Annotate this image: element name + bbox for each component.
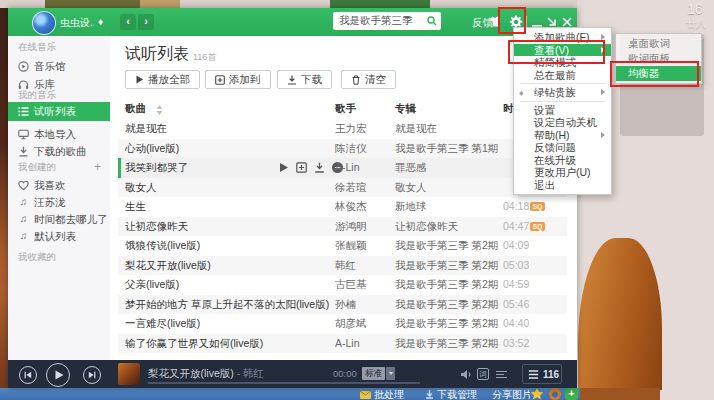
download-icon[interactable]	[314, 162, 325, 173]
song-title[interactable]: 一言难尽(live版)	[125, 317, 200, 331]
play-mode-icon[interactable]	[495, 368, 508, 381]
song-album[interactable]: 让初恋像昨天	[395, 220, 458, 234]
previous-button[interactable]	[19, 366, 37, 384]
song-album[interactable]: 我是歌手第三季 第2期	[395, 317, 498, 331]
submenu-item-desktop-lyrics[interactable]: 桌面歌词	[616, 36, 701, 51]
taskbar-item-share-pictures[interactable]: 分享图片	[492, 389, 532, 400]
taskbar-add-icon[interactable]: +	[565, 387, 578, 400]
add-square-icon[interactable]	[296, 162, 307, 173]
table-row-hovered[interactable]: 我笑到都哭了 A-Lin 罪恶感	[118, 158, 567, 178]
add-playlist-button[interactable]: +	[94, 160, 101, 174]
now-playing-title[interactable]: 梨花又开放(live版) - 韩红	[148, 367, 264, 381]
table-row[interactable]: 生生 林俊杰 新地球 04:18 SQ	[118, 197, 567, 217]
menu-item-online-upgrade[interactable]: 在线升级	[514, 154, 611, 167]
song-album[interactable]: 罪恶感	[395, 161, 427, 175]
clear-button[interactable]: 清空	[341, 70, 396, 89]
song-album[interactable]: 我是歌手第三季 第2期	[395, 239, 498, 253]
table-row[interactable]: 心动(live版) 陈洁仪 我是歌手第三季 第1期	[118, 139, 567, 159]
song-artist[interactable]: 游鸿明	[335, 220, 367, 234]
song-title[interactable]: 生生	[125, 200, 146, 214]
taskbar-item-batch[interactable]: 批处理	[360, 389, 404, 400]
sidebar-item-playlist[interactable]: ♫ 默认列表	[18, 228, 76, 244]
song-artist[interactable]: 林俊杰	[335, 200, 367, 214]
song-artist[interactable]: A-Lin	[335, 161, 360, 173]
menu-item-always-on-top[interactable]: 总在最前	[514, 69, 611, 82]
playlist-toggle[interactable]: 116	[522, 364, 562, 384]
table-row[interactable]: 一言难尽(live版) 胡彦斌 我是歌手第三季 第2期 04:40	[118, 314, 567, 334]
sort-icon[interactable]	[156, 105, 163, 115]
menu-item-green-diamond[interactable]: ♦ 绿钻贵族	[514, 86, 611, 99]
table-row[interactable]: 梦开始的地方 草原上升起不落的太阳(live版) 孙楠 我是歌手第三季 第2期 …	[118, 295, 567, 315]
play-button[interactable]	[46, 363, 70, 387]
sidebar-item-listen-list[interactable]: 试听列表	[8, 102, 110, 121]
table-row[interactable]: 让初恋像昨天 游鸿明 让初恋像昨天 04:47 SQ	[118, 217, 567, 237]
menu-item-feedback[interactable]: 反馈问题	[514, 141, 611, 154]
avatar[interactable]	[32, 11, 56, 35]
submenu-item-lyrics-panel[interactable]: 歌词面板	[616, 51, 701, 66]
taskbar-item-download-manager[interactable]: 下载管理	[425, 389, 477, 400]
skin-icon[interactable]	[488, 15, 502, 29]
progress-bar[interactable]	[148, 382, 420, 384]
song-artist[interactable]: 王力宏	[335, 122, 367, 136]
song-title[interactable]: 敬女人	[125, 181, 157, 195]
song-artist[interactable]: A-Lin	[335, 337, 360, 349]
sidebar-item-playlist[interactable]: ♫ 汪苏泷	[18, 194, 66, 210]
menu-item-simple-mode[interactable]: 精简模式	[514, 56, 611, 69]
menu-item-switch-user[interactable]: 更改用户(U)	[514, 166, 611, 179]
song-album[interactable]: 我是歌手第三季 第2期	[395, 298, 498, 312]
sidebar-item-downloaded-songs[interactable]: 下载的歌曲	[18, 143, 87, 159]
play-icon[interactable]	[278, 162, 289, 173]
menu-item-settings[interactable]: 设置	[514, 104, 611, 117]
song-artist[interactable]: 孙楠	[335, 298, 356, 312]
song-album[interactable]: 我是歌手第三季 第2期	[395, 337, 498, 351]
menu-item-exit[interactable]: 退出	[514, 179, 611, 192]
song-artist[interactable]: 古巨基	[335, 278, 367, 292]
song-album[interactable]: 新地球	[395, 200, 427, 214]
download-button[interactable]: 下载	[277, 70, 332, 89]
song-title[interactable]: 输了你赢了世界又如何(live版)	[125, 337, 263, 351]
song-album[interactable]: 我是歌手第三季 第2期	[395, 259, 498, 273]
song-title[interactable]: 梨花又开放(live版)	[125, 259, 211, 273]
vip-diamond-icon[interactable]: ♦	[98, 16, 103, 27]
song-title[interactable]: 父亲(live版)	[125, 278, 179, 292]
taskbar-star-icon[interactable]	[530, 387, 544, 400]
song-album[interactable]: 我是歌手第三季 第1期	[395, 142, 498, 156]
sidebar-item-playlist[interactable]: ♫ 时间都去哪儿了	[18, 211, 108, 227]
play-all-button[interactable]: 播放全部	[125, 70, 200, 89]
song-album[interactable]: 敬女人	[395, 181, 427, 195]
song-artist[interactable]: 张靓颖	[335, 239, 367, 253]
song-album[interactable]: 我是歌手第三季 第2期	[395, 278, 498, 292]
table-row[interactable]: 就是现在 王力宏 就是现在	[118, 119, 567, 139]
header-album[interactable]: 专辑	[395, 102, 416, 116]
menu-item-auto-shutdown[interactable]: 设定自动关机	[514, 116, 611, 129]
quality-selector[interactable]: 标准	[362, 367, 395, 380]
menu-item-help[interactable]: 帮助(H)	[514, 129, 611, 142]
song-artist[interactable]: 韩红	[335, 259, 356, 273]
username[interactable]: 虫虫设...	[60, 16, 94, 30]
menu-item-view[interactable]: 查看(V)	[514, 44, 611, 57]
nav-forward-button[interactable]: ›	[138, 14, 154, 30]
sidebar-item-local-import[interactable]: 本地导入	[18, 126, 76, 142]
song-title[interactable]: 让初恋像昨天	[125, 220, 188, 234]
song-artist[interactable]: 陈洁仪	[335, 142, 367, 156]
album-art-thumbnail[interactable]	[118, 363, 140, 385]
header-song[interactable]: 歌曲	[125, 102, 146, 116]
table-row[interactable]: 敬女人 徐若瑄 敬女人	[118, 178, 567, 198]
sidebar-item-music-hall[interactable]: 音乐馆	[18, 58, 66, 74]
search-input[interactable]	[335, 13, 427, 29]
song-album[interactable]: 就是现在	[395, 122, 437, 136]
submenu-item-equalizer[interactable]: 均衡器	[616, 66, 701, 81]
table-row[interactable]: 饿狼传说(live版) 张靓颖 我是歌手第三季 第2期 04:09	[118, 236, 567, 256]
search-icon[interactable]	[427, 16, 437, 26]
add-to-button[interactable]: 添加到	[205, 70, 271, 89]
song-title[interactable]: 饿狼传说(live版)	[125, 239, 200, 253]
song-title[interactable]: 心动(live版)	[125, 142, 179, 156]
lyrics-icon[interactable]: 词	[477, 368, 489, 380]
volume-icon[interactable]	[460, 368, 473, 381]
song-title[interactable]: 就是现在	[125, 122, 167, 136]
table-row[interactable]: 输了你赢了世界又如何(live版) A-Lin 我是歌手第三季 第2期 03:5…	[118, 334, 567, 354]
sidebar-item-liked[interactable]: 我喜欢	[18, 177, 66, 193]
song-title[interactable]: 梦开始的地方 草原上升起不落的太阳(live版)	[125, 298, 329, 312]
song-title[interactable]: 我笑到都哭了	[125, 161, 188, 175]
taskbar-browser-icon[interactable]	[549, 388, 561, 400]
